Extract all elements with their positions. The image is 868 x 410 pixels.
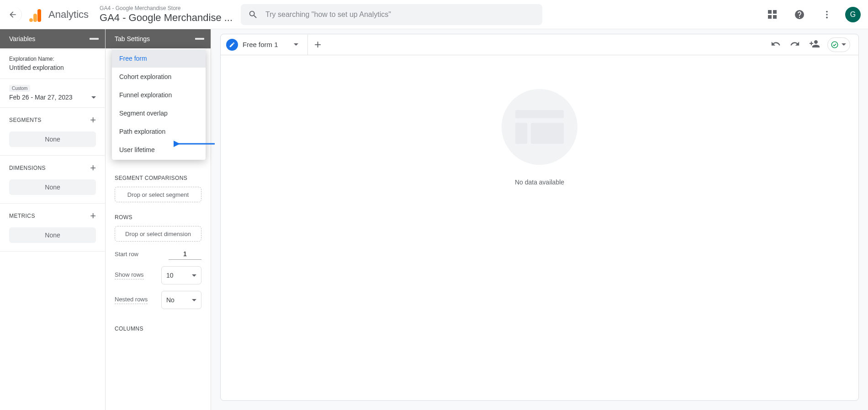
empty-state: No data available xyxy=(502,89,577,186)
segment-comparisons-label: SEGMENT COMPARISONS xyxy=(115,175,201,181)
dimensions-section: DIMENSIONS + None xyxy=(0,156,105,204)
minimize-icon xyxy=(90,38,99,40)
tab-settings-header: Tab Settings xyxy=(106,29,211,48)
tab-dropdown-button[interactable] xyxy=(294,43,298,46)
help-button[interactable] xyxy=(790,5,809,24)
date-range-section[interactable]: Custom Feb 26 - Mar 27, 2023 xyxy=(0,79,105,108)
add-metric-button[interactable]: + xyxy=(90,210,96,222)
property-small-label: GA4 - Google Merchandise Store xyxy=(100,5,233,11)
back-button[interactable] xyxy=(7,7,22,22)
help-icon xyxy=(794,9,805,20)
technique-option-cohort[interactable]: Cohort exploration xyxy=(112,68,206,86)
date-range-text: Feb 26 - Mar 27, 2023 xyxy=(9,94,73,101)
technique-dropdown: Free form Cohort exploration Funnel expl… xyxy=(112,48,206,160)
columns-label: COLUMNS xyxy=(115,326,201,332)
svg-point-1 xyxy=(826,14,828,16)
arrow-left-icon xyxy=(8,10,17,19)
show-rows-select[interactable]: 10 xyxy=(161,266,201,284)
analytics-title: Analytics xyxy=(48,9,89,21)
chevron-down-icon xyxy=(192,299,196,301)
redo-icon xyxy=(790,39,800,49)
search-bar[interactable]: Try searching "how to set up Analytics" xyxy=(241,4,542,25)
undo-icon xyxy=(771,39,781,49)
top-bar: Analytics GA4 - Google Merchandise Store… xyxy=(0,0,868,29)
check-circle-icon xyxy=(831,41,839,49)
svg-point-0 xyxy=(826,11,828,12)
empty-placeholder-icon xyxy=(502,89,577,165)
more-vert-icon xyxy=(822,10,832,20)
segment-drop-area[interactable]: Drop or select segment xyxy=(115,187,201,202)
chevron-down-icon xyxy=(842,43,846,46)
svg-point-2 xyxy=(826,16,828,18)
apps-button[interactable] xyxy=(763,5,781,24)
status-pill[interactable] xyxy=(827,37,850,52)
tab-settings-panel: Tab Settings TECHNIQUE Free form Cohort … xyxy=(106,29,211,410)
property-big-label: GA4 - Google Merchandise ... xyxy=(100,12,233,24)
dimensions-title: DIMENSIONS xyxy=(9,165,46,171)
variables-title: Variables xyxy=(9,35,35,42)
analytics-logo-icon xyxy=(29,7,42,22)
technique-option-path[interactable]: Path exploration xyxy=(112,122,206,141)
variables-header: Variables xyxy=(0,29,105,48)
add-tab-button[interactable]: + xyxy=(308,37,328,52)
apps-grid-icon xyxy=(768,10,777,19)
share-button[interactable] xyxy=(807,37,822,53)
search-icon xyxy=(248,10,258,20)
technique-option-segment-overlap[interactable]: Segment overlap xyxy=(112,104,206,122)
more-button[interactable] xyxy=(818,5,836,24)
search-placeholder-text: Try searching "how to set up Analytics" xyxy=(265,11,391,19)
technique-option-free-form[interactable]: Free form xyxy=(112,49,206,68)
canvas-area: Free form 1 + xyxy=(211,29,868,410)
rows-drop-area[interactable]: Drop or select dimension xyxy=(115,226,201,242)
chevron-down-icon xyxy=(91,96,96,99)
minimize-icon xyxy=(195,38,204,40)
segments-none-box[interactable]: None xyxy=(9,131,96,147)
segments-section: SEGMENTS + None xyxy=(0,108,105,156)
canvas-frame: Free form 1 + xyxy=(220,34,859,401)
undo-button[interactable] xyxy=(769,37,783,53)
tab-settings-title: Tab Settings xyxy=(115,35,150,42)
avatar-initial: G xyxy=(850,11,856,19)
nested-rows-label: Nested rows xyxy=(115,296,148,304)
technique-option-user-lifetime[interactable]: User lifetime xyxy=(112,141,206,159)
exploration-name-value: Untitled exploration xyxy=(9,64,96,71)
pencil-icon xyxy=(229,42,235,48)
rows-label: ROWS xyxy=(115,214,201,221)
metrics-title: METRICS xyxy=(9,213,35,219)
canvas-tab-name[interactable]: Free form 1 xyxy=(243,41,278,48)
start-row-input[interactable] xyxy=(169,248,201,260)
minimize-variables-button[interactable] xyxy=(90,38,99,40)
technique-option-funnel[interactable]: Funnel exploration xyxy=(112,86,206,104)
date-chip: Custom xyxy=(9,85,30,92)
person-add-icon xyxy=(809,38,820,49)
minimize-tabsettings-button[interactable] xyxy=(195,38,204,40)
add-segment-button[interactable]: + xyxy=(90,114,96,126)
logo-block[interactable]: Analytics xyxy=(29,7,89,22)
metrics-none-box[interactable]: None xyxy=(9,227,96,243)
empty-text: No data available xyxy=(502,179,577,186)
exploration-name-section[interactable]: Exploration Name: Untitled exploration xyxy=(0,48,105,79)
canvas-tab-bar: Free form 1 + xyxy=(221,34,858,55)
exploration-name-label: Exploration Name: xyxy=(9,56,96,62)
edit-tab-button[interactable] xyxy=(226,39,238,51)
start-row-label: Start row xyxy=(115,251,138,258)
show-rows-value: 10 xyxy=(166,272,174,279)
user-avatar[interactable]: G xyxy=(845,7,861,22)
chevron-down-icon xyxy=(192,274,196,277)
nested-rows-value: No xyxy=(166,296,175,304)
segments-title: SEGMENTS xyxy=(9,117,42,123)
add-dimension-button[interactable]: + xyxy=(90,162,96,174)
nested-rows-select[interactable]: No xyxy=(161,291,201,309)
variables-panel: Variables Exploration Name: Untitled exp… xyxy=(0,29,106,410)
dimensions-none-box[interactable]: None xyxy=(9,179,96,195)
show-rows-label: Show rows xyxy=(115,271,144,279)
redo-button[interactable] xyxy=(788,37,802,53)
metrics-section: METRICS + None xyxy=(0,204,105,252)
top-right-actions: G xyxy=(763,5,861,24)
property-selector[interactable]: GA4 - Google Merchandise Store GA4 - Goo… xyxy=(100,5,233,24)
